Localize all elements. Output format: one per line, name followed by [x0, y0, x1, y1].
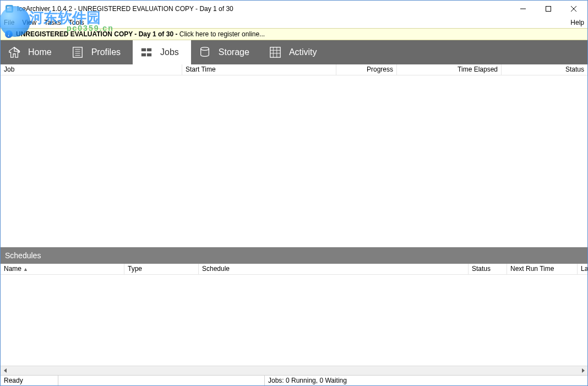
schedules-title: Schedules [1, 247, 587, 264]
col-sched-type[interactable]: Type [124, 264, 199, 274]
menu-tools[interactable]: Tools [69, 19, 84, 26]
close-button[interactable] [561, 1, 586, 17]
scroll-left-icon[interactable] [1, 366, 10, 376]
tab-jobs-label: Jobs [160, 47, 179, 57]
jobs-body [1, 75, 587, 247]
status-ready: Ready [1, 376, 58, 385]
banner-text: UNREGISTERED EVALUATION COPY - Day 1 of … [16, 30, 265, 38]
col-sched-schedule[interactable]: Schedule [199, 264, 469, 274]
jobs-icon [140, 46, 153, 58]
schedules-panel: Schedules Name▲ Type Schedule Status Nex… [1, 247, 587, 375]
svg-marker-7 [14, 48, 19, 51]
window-title: IceArchiver 1.0.4.2 - UNREGISTERED EVALU… [17, 5, 233, 13]
col-status[interactable]: Status [502, 64, 587, 75]
svg-rect-14 [147, 48, 151, 52]
svg-marker-23 [4, 368, 7, 373]
col-start-time[interactable]: Start Time [182, 64, 336, 75]
menu-help[interactable]: Help [570, 19, 584, 26]
schedules-header: Name▲ Type Schedule Status Next Run Time… [1, 264, 587, 275]
status-empty [58, 376, 265, 385]
col-progress[interactable]: Progress [336, 64, 397, 75]
svg-rect-3 [546, 7, 551, 12]
profiles-icon [72, 46, 84, 58]
window-controls [510, 1, 586, 17]
svg-rect-1 [7, 7, 12, 11]
jobs-panel: Job Start Time Progress Time Elapsed Sta… [1, 64, 587, 247]
tab-home-label: Home [28, 47, 52, 57]
menu-file[interactable]: File [4, 19, 14, 26]
minimize-button[interactable] [510, 1, 536, 17]
col-sched-next-run[interactable]: Next Run Time [507, 264, 578, 274]
status-jobs: Jobs: 0 Running, 0 Waiting [265, 376, 587, 385]
info-icon: i [5, 30, 13, 38]
svg-rect-16 [147, 53, 151, 57]
scroll-track[interactable] [10, 366, 578, 376]
svg-marker-24 [582, 368, 585, 373]
menubar: File View Tasks Tools Help [1, 17, 587, 28]
storage-icon [199, 46, 211, 58]
tab-profiles[interactable]: Profiles [64, 40, 133, 64]
home-icon [8, 46, 20, 58]
tab-home[interactable]: Home [1, 40, 64, 64]
tab-storage-label: Storage [219, 47, 249, 57]
svg-rect-13 [141, 48, 146, 52]
app-icon [5, 4, 14, 13]
titlebar: IceArchiver 1.0.4.2 - UNREGISTERED EVALU… [1, 1, 587, 17]
col-sched-status[interactable]: Status [469, 264, 507, 274]
tabbar: Home Profiles Jobs Storage Activity [1, 40, 587, 64]
sort-asc-icon: ▲ [23, 267, 28, 272]
menu-view[interactable]: View [22, 19, 36, 26]
register-banner[interactable]: i UNREGISTERED EVALUATION COPY - Day 1 o… [1, 28, 587, 40]
schedules-hscroll[interactable] [1, 366, 587, 375]
col-time-elapsed[interactable]: Time Elapsed [397, 64, 502, 75]
svg-point-17 [201, 47, 209, 51]
activity-icon [269, 46, 281, 58]
tab-profiles-label: Profiles [91, 47, 121, 57]
app-window: IceArchiver 1.0.4.2 - UNREGISTERED EVALU… [0, 0, 588, 386]
jobs-header: Job Start Time Progress Time Elapsed Sta… [1, 64, 587, 75]
statusbar: Ready Jobs: 0 Running, 0 Waiting [1, 375, 587, 385]
menu-tasks[interactable]: Tasks [44, 19, 61, 26]
col-sched-name[interactable]: Name▲ [1, 264, 124, 274]
svg-rect-18 [270, 47, 280, 57]
svg-rect-8 [73, 47, 82, 57]
col-sched-last[interactable]: La [578, 264, 587, 274]
schedules-body [1, 275, 587, 366]
tab-activity-label: Activity [289, 47, 317, 57]
svg-rect-15 [141, 53, 146, 57]
scroll-right-icon[interactable] [578, 366, 587, 376]
tab-jobs[interactable]: Jobs [133, 40, 191, 64]
maximize-button[interactable] [536, 1, 561, 17]
tab-activity[interactable]: Activity [262, 40, 329, 64]
tab-storage[interactable]: Storage [191, 40, 262, 64]
col-job[interactable]: Job [1, 64, 182, 75]
